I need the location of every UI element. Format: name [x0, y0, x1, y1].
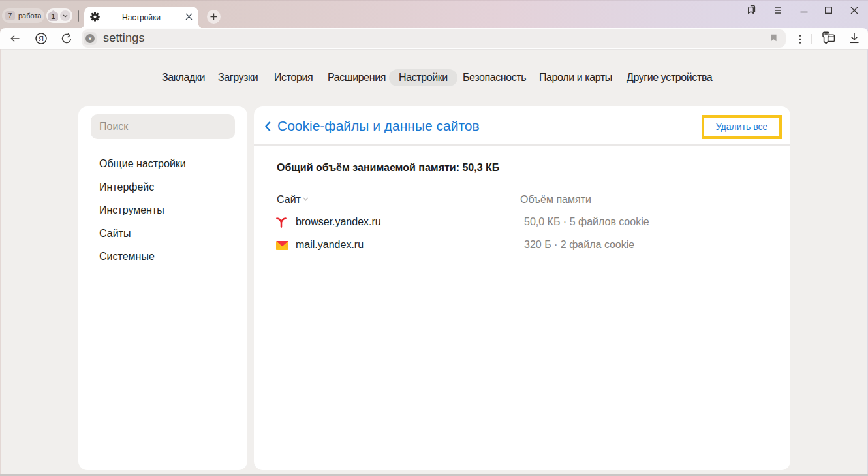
svg-text:Я: Я [39, 35, 44, 42]
